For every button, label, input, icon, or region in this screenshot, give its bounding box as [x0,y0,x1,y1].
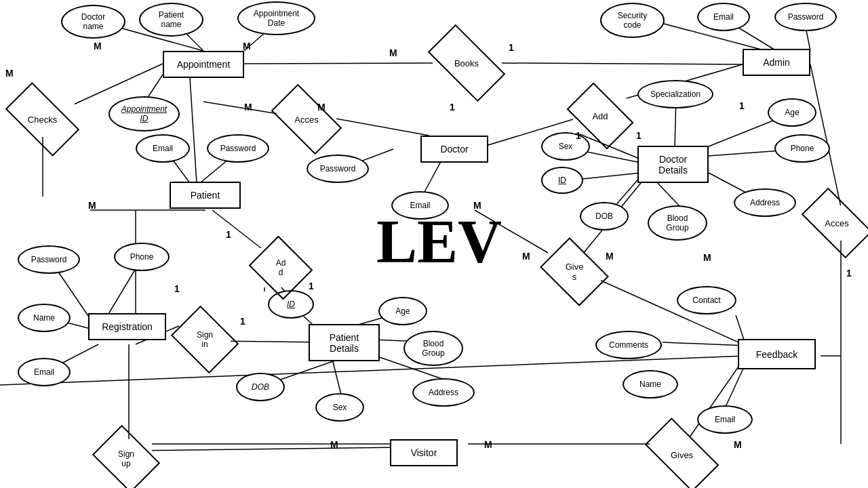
attr-pd-sex: Sex [315,393,364,422]
label-1-reg1: 1 [226,229,231,240]
attr-fb-comments: Comments [595,331,662,359]
rel-signin: Signin [179,320,231,359]
entity-visitor-label: Visitor [411,447,437,458]
attr-dob-doctor: DOB [580,202,629,230]
entity-admin-label: Admin [763,57,790,68]
entity-patient: Patient [170,182,241,209]
rel-checks: Checks [10,102,75,137]
label-1-acces1: 1 [450,102,455,113]
attr-doctor-name: Doctorname [61,5,125,39]
attr-appointment-date: AppointmentDate [237,1,315,35]
svg-line-52 [663,342,746,346]
rel-acces2: Acces [807,205,867,241]
attr-appointment-id: AppointmentID [108,96,180,131]
svg-line-3 [244,63,434,64]
svg-line-13 [190,78,197,183]
entity-visitor: Visitor [390,439,458,466]
entity-feedback-label: Feedback [756,349,797,360]
attr-id-doctor: ID [541,167,583,194]
label-m-acces1: M [244,102,252,113]
attr-reg-password: Password [18,245,80,274]
label-m-books: M [389,47,397,58]
rel-acces1: Acces [277,102,336,137]
label-m-appt2: M [243,41,251,52]
label-m-acces2a: M [317,102,326,113]
entity-patient-details: Patient Details [309,324,380,361]
entity-registration: Registration [88,313,166,340]
label-m-gives2b: M [734,439,742,450]
entity-doctor-details-label: Doctor Details [658,154,688,176]
attr-reg-email: Email [18,358,71,386]
rel-add-doctor: Add [573,98,627,134]
label-m-patient: M [88,200,96,211]
entity-doctor: Doctor [420,136,488,163]
label-1-admin: 1 [739,100,745,111]
entity-patient-details-label: Patient Details [330,332,359,354]
attr-email-admin: Email [697,3,750,31]
label-m-feedback: M [703,252,711,263]
label-1-add: 1 [576,130,581,141]
label-1-acces2: 1 [846,268,852,279]
attr-security-code: Securitycode [600,3,665,38]
attr-pd-id: ID [268,290,314,319]
entity-appointment: Appointment [163,51,244,78]
attr-blood-group-doctor: BloodGroup [648,205,707,241]
svg-line-12 [336,119,429,136]
label-m-gives1: M [522,251,530,262]
attr-fb-contact: Contact [677,286,736,314]
attr-specialization: Specialization [637,80,713,108]
attr-age-doctor: Age [768,98,816,127]
attr-fb-name: Name [623,370,678,399]
attr-password-patient: Password [207,134,269,163]
attr-pd-blood-group: BloodGroup [403,331,463,366]
label-m-appt1: M [94,41,102,52]
rel-gives: Gives [548,252,601,291]
label-m-visitor2: M [484,439,492,450]
watermark-text: LEV [376,207,502,277]
entity-admin: Admin [743,49,810,76]
rel-books: Books [433,45,500,81]
attr-pd-age: Age [378,297,427,325]
label-1-reg2: 1 [174,283,180,294]
entity-doctor-details: Doctor Details [637,146,709,183]
label-1-add2: 1 [636,130,642,141]
entity-doctor-label: Doctor [440,144,468,155]
entity-feedback: Feedback [738,339,816,369]
svg-line-29 [654,180,680,207]
attr-password2: Password [307,155,369,183]
label-1-books: 1 [509,42,514,53]
entity-patient-label: Patient [191,190,220,201]
label-m-checks: M [5,68,14,79]
svg-line-4 [502,63,743,64]
attr-reg-name: Name [18,304,71,332]
attr-pd-dob: DOB [236,373,285,401]
attr-fb-email: Email [697,405,753,434]
entity-appointment-label: Appointment [177,59,231,70]
label-m-visitor1: M [330,439,338,450]
svg-line-59 [129,447,400,451]
attr-patient-name: Patientname [139,3,203,37]
er-diagram: Appointment Doctor Patient Admin Doctor … [0,0,868,488]
attr-address-doctor: Address [734,188,796,217]
svg-line-50 [332,359,341,394]
attr-phone-doctor: Phone [774,134,830,163]
attr-email-patient: Email [136,134,190,163]
attr-pd-address: Address [412,378,475,407]
attr-password-admin: Password [774,3,837,31]
label-1-signin: 1 [309,281,314,291]
attr-reg-phone: Phone [114,243,170,271]
svg-line-42 [212,210,264,251]
attr-sex-doctor: Sex [541,132,590,161]
label-m-gives2: M [606,251,614,262]
rel-gives2: Gives [650,437,714,472]
label-1-reg3: 1 [240,316,245,327]
entity-registration-label: Registration [102,321,153,332]
rel-add-patient: Add [258,248,304,287]
rel-signup: Signup [100,439,152,479]
